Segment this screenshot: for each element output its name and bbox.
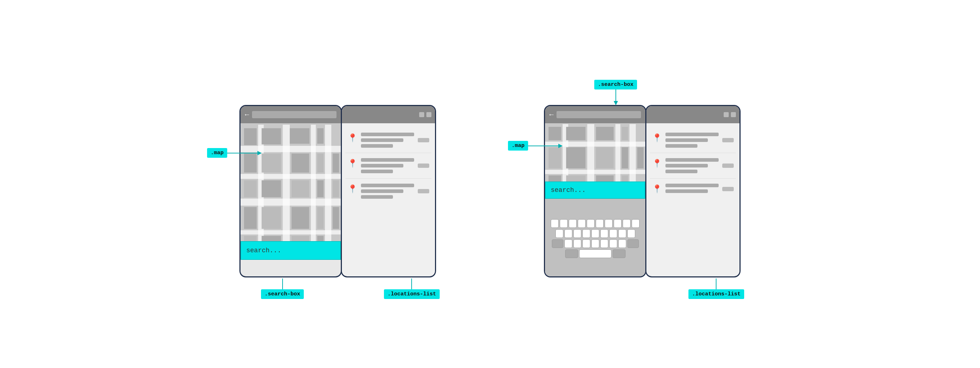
svg-rect-31 (332, 207, 339, 229)
svg-rect-44 (596, 127, 614, 140)
svg-rect-49 (622, 148, 628, 168)
location-lines (361, 158, 414, 173)
key[interactable] (569, 219, 577, 228)
keyboard-row-1 (551, 219, 640, 228)
loc-line (361, 133, 414, 136)
right-locations-header (646, 106, 740, 123)
location-item[interactable]: 📍 (650, 128, 736, 153)
key[interactable] (632, 219, 640, 228)
key[interactable] (623, 219, 630, 228)
right-phone-frame: ← (544, 105, 646, 278)
svg-rect-12 (317, 128, 323, 144)
svg-rect-24 (317, 207, 323, 229)
search-box-left[interactable]: search... (240, 241, 341, 260)
key[interactable] (618, 240, 626, 248)
key[interactable] (609, 229, 617, 238)
loc-line (665, 170, 697, 173)
key[interactable] (600, 240, 608, 248)
key[interactable] (582, 229, 590, 238)
left-locations-list: 📍 📍 (342, 123, 435, 208)
location-lines (361, 184, 414, 199)
key[interactable] (582, 240, 590, 248)
svg-rect-6 (283, 125, 290, 259)
location-item[interactable]: 📍 (650, 179, 736, 199)
location-item[interactable]: 📍 (345, 153, 431, 179)
svg-rect-14 (262, 154, 281, 173)
loc-line (361, 189, 403, 193)
keyboard[interactable] (545, 199, 645, 278)
location-item[interactable]: 📍 (650, 153, 736, 179)
svg-rect-45 (622, 127, 628, 140)
key[interactable] (605, 219, 612, 228)
svg-rect-10 (262, 128, 281, 144)
pin-icon: 📍 (652, 159, 662, 168)
loc-line (665, 164, 708, 168)
location-item[interactable]: 📍 (345, 128, 431, 153)
header-icon-r2 (731, 112, 736, 117)
loc-badge (722, 163, 734, 168)
svg-rect-19 (291, 181, 309, 197)
search-box-right[interactable]: search... (545, 181, 645, 199)
loc-badge (418, 138, 429, 142)
key[interactable] (618, 229, 626, 238)
loc-line (665, 158, 719, 162)
key[interactable] (573, 240, 581, 248)
svg-rect-29 (332, 154, 339, 173)
key[interactable] (596, 219, 604, 228)
svg-rect-9 (244, 128, 257, 145)
loc-line (361, 158, 414, 162)
svg-rect-21 (244, 207, 257, 229)
loc-line (665, 133, 719, 136)
key[interactable] (565, 240, 572, 248)
svg-rect-20 (317, 181, 323, 197)
key[interactable] (551, 219, 558, 228)
loc-line (665, 144, 697, 148)
keyboard-row-4 (565, 249, 625, 258)
annotation-searchbox-right: .search-box (594, 80, 637, 104)
pin-icon: 📍 (348, 159, 357, 168)
key[interactable] (591, 229, 599, 238)
key[interactable] (614, 219, 622, 228)
loc-line (665, 184, 719, 187)
key[interactable] (627, 229, 635, 238)
return-key[interactable] (612, 249, 625, 258)
key[interactable] (560, 219, 568, 228)
loc-badge (722, 187, 734, 191)
key[interactable] (587, 219, 595, 228)
svg-rect-15 (291, 154, 309, 173)
key[interactable] (573, 229, 581, 238)
key[interactable] (591, 240, 599, 248)
location-item[interactable]: 📍 (345, 179, 431, 204)
loc-badge (418, 189, 429, 194)
shift-key-right[interactable] (627, 240, 639, 248)
right-locations-panel: 📍 📍 (645, 105, 741, 278)
annotation-map-right: .map (508, 141, 564, 151)
space-key[interactable] (579, 249, 611, 258)
key[interactable] (565, 229, 572, 238)
svg-rect-8 (325, 125, 331, 259)
svg-rect-54 (637, 148, 644, 168)
svg-rect-18 (262, 181, 281, 197)
header-icon-2 (426, 112, 431, 117)
svg-rect-48 (596, 148, 614, 168)
loc-line (361, 170, 393, 173)
header-bar (252, 111, 336, 118)
annotation-map-left: .map (207, 148, 263, 158)
left-locations-header (342, 106, 435, 123)
shift-key-left[interactable] (552, 240, 563, 248)
annotation-locationslist-right: .locations-list (689, 279, 744, 299)
key[interactable] (609, 240, 617, 248)
svg-rect-16 (317, 154, 323, 173)
key[interactable] (578, 219, 585, 228)
map-label-left: .map (207, 148, 227, 158)
left-phone-header: ← (240, 106, 341, 123)
key[interactable] (555, 229, 563, 238)
left-map: search... (240, 123, 341, 260)
pin-icon: 📍 (652, 184, 662, 194)
location-lines (665, 184, 719, 193)
key[interactable] (600, 229, 608, 238)
svg-rect-22 (262, 207, 281, 229)
right-locations-list: 📍 📍 (646, 123, 740, 203)
symbols-key[interactable] (565, 249, 578, 258)
left-diagram-group: ← (239, 105, 436, 278)
